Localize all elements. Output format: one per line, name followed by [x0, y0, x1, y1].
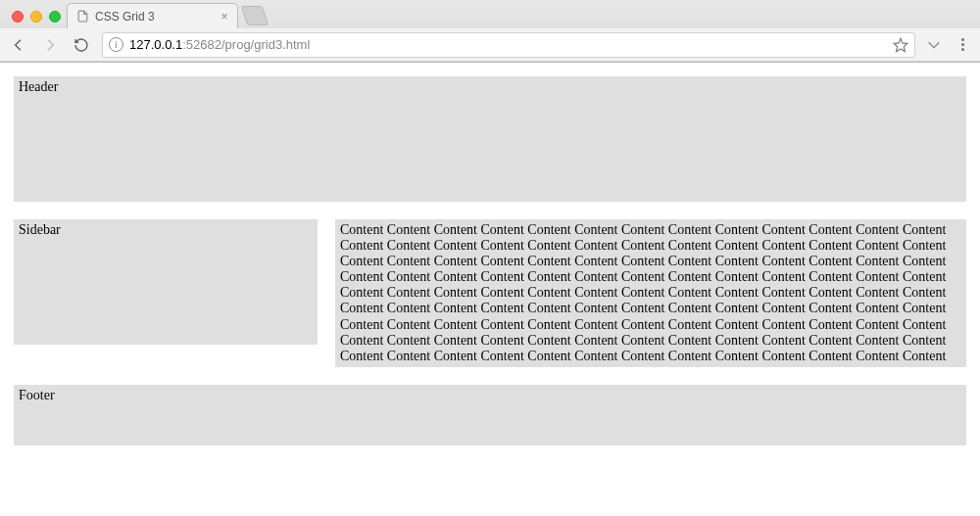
maximize-window-button[interactable]: [49, 11, 61, 23]
url-text: 127.0.0.1:52682/prog/grid3.html: [129, 37, 887, 52]
browser-chrome: CSS Grid 3 × i 127.0.0.1:52682/prog/grid…: [0, 0, 980, 63]
new-tab-button[interactable]: [241, 6, 269, 25]
content-text: Content Content Content Content Content …: [340, 222, 946, 363]
file-icon: [75, 10, 89, 23]
reload-button[interactable]: [71, 34, 92, 56]
close-tab-button[interactable]: ×: [220, 12, 229, 22]
minimize-window-button[interactable]: [30, 11, 42, 23]
toolbar: i 127.0.0.1:52682/prog/grid3.html: [0, 28, 980, 62]
header-label: Header: [19, 79, 58, 94]
sidebar-label: Sidebar: [19, 222, 61, 237]
kebab-menu-button[interactable]: [953, 38, 972, 51]
extension-icon[interactable]: [925, 36, 943, 54]
bookmark-star-icon[interactable]: [893, 37, 908, 53]
css-grid-demo: Header Sidebar Content Content Content C…: [14, 76, 966, 446]
browser-tab[interactable]: CSS Grid 3 ×: [67, 3, 238, 28]
page-viewport: Header Sidebar Content Content Content C…: [0, 63, 980, 459]
grid-header: Header: [14, 76, 966, 202]
grid-footer: Footer: [14, 385, 966, 446]
site-info-icon[interactable]: i: [109, 37, 123, 52]
grid-content: Content Content Content Content Content …: [335, 219, 966, 367]
svg-marker-1: [894, 38, 906, 51]
footer-label: Footer: [19, 388, 55, 402]
window-controls: [8, 11, 67, 28]
back-button[interactable]: [8, 34, 29, 56]
address-bar[interactable]: i 127.0.0.1:52682/prog/grid3.html: [102, 32, 915, 58]
tab-bar: CSS Grid 3 ×: [0, 0, 980, 28]
grid-sidebar: Sidebar: [14, 219, 318, 345]
close-window-button[interactable]: [12, 11, 24, 23]
tab-title: CSS Grid 3: [95, 10, 214, 23]
forward-button[interactable]: [39, 34, 61, 56]
